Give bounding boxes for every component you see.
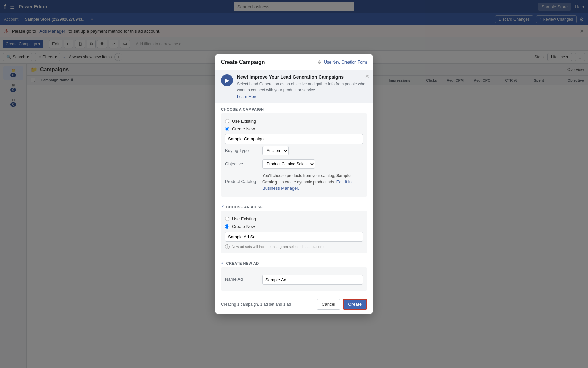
create-new-label: Create New [232, 126, 255, 131]
choose-adset-content: Use Existing Create New i New ad sets wi… [221, 211, 367, 253]
catalog-text2: , to create dynamic product ads. [278, 180, 336, 185]
create-ad-section-header: ✓ CREATE NEW AD [215, 257, 373, 267]
buying-type-row: Buying Type Auction [225, 144, 363, 157]
settings-icon: ⚙ [318, 60, 321, 65]
lead-gen-notice: ▶ New! Improve Your Lead Generation Camp… [215, 70, 373, 103]
objective-label: Objective [225, 161, 258, 166]
choose-adset-section-header: ✓ CHOOSE AN AD SET [215, 201, 373, 211]
buying-type-control: Auction [262, 146, 363, 155]
buying-type-label: Buying Type [225, 148, 258, 153]
catalog-text1: You'll choose products from your catalog… [262, 173, 336, 178]
use-existing-label: Use Existing [232, 119, 256, 124]
adset-checkmark: ✓ [221, 205, 224, 209]
choose-adset-label: CHOOSE AN AD SET [226, 205, 265, 209]
name-ad-control [262, 273, 363, 285]
lead-gen-icon: ▶ [221, 74, 233, 86]
product-catalog-label: Product Catalog [225, 179, 258, 184]
modal-footer: Creating 1 campaign, 1 ad set and 1 ad C… [215, 295, 373, 314]
objective-control: Product Catalog Sales [262, 159, 363, 169]
use-existing-adset-row: Use Existing [225, 215, 363, 223]
use-new-form-link[interactable]: Use New Creation Form [324, 60, 367, 65]
objective-row: Objective Product Catalog Sales [225, 157, 363, 171]
modal-body: CHOOSE A CAMPAIGN Use Existing Create Ne… [215, 103, 373, 291]
choose-campaign-section-header: CHOOSE A CAMPAIGN [215, 103, 373, 113]
buying-type-select[interactable]: Auction [262, 146, 289, 155]
name-ad-row: Name Ad [225, 271, 363, 287]
modal-header-right: ⚙ Use New Creation Form [318, 60, 367, 65]
instagram-notice-text: New ad sets will include Instagram selec… [232, 245, 329, 249]
product-catalog-info: You'll choose products from your catalog… [262, 173, 363, 191]
create-button[interactable]: Create [343, 299, 367, 310]
instagram-notice-row: i New ad sets will include Instagram sel… [225, 244, 363, 249]
create-ad-content: Name Ad [221, 267, 367, 291]
create-ad-label: CREATE NEW AD [226, 261, 259, 265]
ad-name-input[interactable] [262, 275, 363, 285]
modal-overlay[interactable]: Create Campaign ⚙ Use New Creation Form … [0, 0, 588, 368]
create-new-adset-radio[interactable] [225, 224, 229, 229]
adset-name-input[interactable] [225, 232, 363, 242]
footer-info-text: Creating 1 campaign, 1 ad set and 1 ad [221, 302, 291, 307]
choose-campaign-content: Use Existing Create New Buying Type Auct… [221, 113, 367, 197]
use-existing-campaign-row: Use Existing [225, 117, 363, 125]
product-catalog-row: Product Catalog You'll choose products f… [225, 171, 363, 193]
lead-gen-content: New! Improve Your Lead Generation Campai… [237, 74, 367, 99]
create-new-radio[interactable] [225, 127, 229, 131]
ad-checkmark: ✓ [221, 261, 224, 265]
objective-select[interactable]: Product Catalog Sales [262, 159, 315, 169]
modal-header: Create Campaign ⚙ Use New Creation Form [215, 54, 373, 70]
lead-gen-close-icon[interactable]: ✕ [365, 74, 369, 79]
use-existing-radio[interactable] [225, 119, 229, 123]
lead-gen-title: New! Improve Your Lead Generation Campai… [237, 74, 367, 80]
create-new-adset-row: Create New [225, 223, 363, 230]
lead-gen-desc: Select Lead Generation as an objective a… [237, 81, 367, 93]
choose-campaign-label: CHOOSE A CAMPAIGN [221, 107, 264, 111]
learn-more-link[interactable]: Learn More [237, 94, 367, 99]
create-campaign-modal: Create Campaign ⚙ Use New Creation Form … [215, 54, 373, 314]
cancel-button[interactable]: Cancel [317, 299, 340, 310]
use-existing-adset-radio[interactable] [225, 217, 229, 221]
name-ad-label: Name Ad [225, 277, 258, 282]
modal-title: Create Campaign [221, 59, 265, 65]
create-new-adset-label: Create New [232, 224, 255, 229]
footer-actions: Cancel Create [317, 299, 367, 310]
campaign-name-input[interactable] [225, 134, 363, 144]
use-existing-adset-label: Use Existing [232, 216, 256, 221]
info-icon: i [225, 244, 230, 249]
create-new-campaign-row: Create New [225, 125, 363, 133]
